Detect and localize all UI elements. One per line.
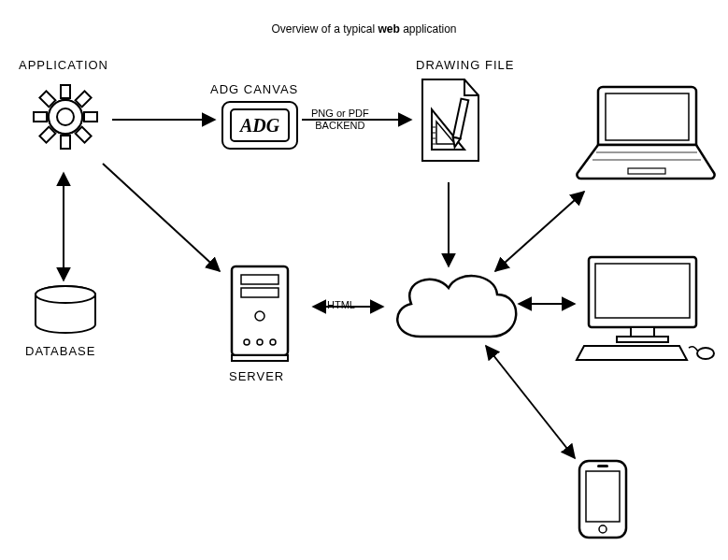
svg-text:ADG: ADG xyxy=(238,115,280,136)
svg-rect-35 xyxy=(631,327,654,337)
svg-rect-41 xyxy=(597,465,608,467)
svg-point-27 xyxy=(257,339,263,345)
server-icon xyxy=(224,262,299,365)
svg-rect-24 xyxy=(241,288,278,297)
adg-canvas-icon: ADG xyxy=(221,101,298,150)
drawing-file-icon xyxy=(418,77,483,165)
laptop-icon xyxy=(570,79,720,187)
gear-icon xyxy=(28,79,103,154)
adg-canvas-label: ADG CANVAS xyxy=(210,82,298,96)
edge-cloud-phone xyxy=(486,346,575,458)
edge-cloud-laptop xyxy=(495,192,584,271)
cloud-icon xyxy=(383,262,523,351)
svg-point-40 xyxy=(599,525,607,533)
svg-point-10 xyxy=(57,108,74,125)
svg-rect-36 xyxy=(617,337,668,342)
svg-rect-2 xyxy=(61,136,70,149)
svg-rect-23 xyxy=(241,275,278,284)
edge-label-canvas-file: PNG or PDF BACKEND xyxy=(311,108,369,131)
edge-app-to-server xyxy=(103,164,220,271)
svg-rect-34 xyxy=(595,264,690,318)
svg-point-20 xyxy=(36,286,95,303)
svg-point-26 xyxy=(244,339,250,345)
svg-point-28 xyxy=(270,339,276,345)
application-label: APPLICATION xyxy=(19,58,108,72)
svg-point-25 xyxy=(255,311,264,321)
desktop-icon xyxy=(575,252,724,365)
drawing-file-label: DRAWING FILE xyxy=(416,58,514,72)
edge-label-server-cloud: HTML xyxy=(327,299,355,311)
svg-rect-29 xyxy=(606,93,689,140)
svg-rect-39 xyxy=(586,471,620,522)
svg-rect-4 xyxy=(84,112,97,122)
svg-rect-30 xyxy=(628,168,665,174)
svg-point-37 xyxy=(697,348,714,359)
svg-rect-22 xyxy=(232,355,288,361)
database-icon xyxy=(33,285,98,337)
database-label: DATABASE xyxy=(25,344,95,358)
smartphone-icon xyxy=(575,458,631,542)
svg-rect-3 xyxy=(34,112,47,122)
server-label: SERVER xyxy=(229,369,284,383)
svg-rect-1 xyxy=(61,85,70,98)
